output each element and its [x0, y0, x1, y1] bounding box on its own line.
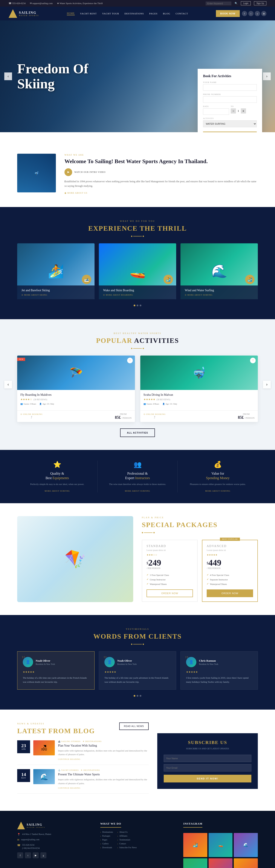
pkg-desc-advanced: Lorem ipsum dolor sit: [207, 549, 253, 551]
insta-item-4[interactable]: 🤿: [183, 858, 207, 868]
popular-prev-button[interactable]: ‹: [4, 381, 12, 389]
nav-destinations[interactable]: DESTINATIONS: [125, 12, 144, 15]
insta-item-6[interactable]: 🎿: [234, 858, 258, 868]
popular-title: POPULAR ACTIVITIES: [17, 337, 258, 345]
signup-button[interactable]: Sign Up: [254, 1, 266, 5]
qty-plus-button[interactable]: +: [241, 108, 246, 114]
login-button[interactable]: Login: [241, 1, 251, 5]
carousel-dot-2[interactable]: [137, 305, 138, 306]
nav-contact[interactable]: CONTACT: [175, 12, 188, 15]
carousel-dot-3[interactable]: [140, 305, 141, 306]
nav-blog[interactable]: BLOG: [163, 12, 170, 15]
footer-youtube-icon[interactable]: ▶: [33, 852, 39, 858]
footer-link-gallery-anchor[interactable]: Gallery: [100, 842, 113, 845]
watch-video[interactable]: ▶ WATCH OUR INTRO VIDEO: [64, 168, 258, 176]
hero-next-button[interactable]: ›: [263, 72, 271, 80]
footer-google-icon[interactable]: g: [40, 852, 46, 858]
activity-card-2[interactable]: 🚤 🏄 Wake and Skim Boarding ⊙ MORE ABOUT …: [99, 243, 176, 299]
insta-item-5[interactable]: ⛵: [209, 858, 233, 868]
book-now-button[interactable]: BOOK NOW: [216, 10, 240, 17]
youtube-icon[interactable]: y: [255, 11, 260, 16]
more-about-link[interactable]: ◉ MORE ABOUT US: [64, 192, 258, 194]
feature-desc-1: Perfectly simple & easy to do our ideal,…: [24, 482, 91, 486]
footer-link-affiliates-anchor[interactable]: Affiliates: [117, 835, 137, 837]
search-icon[interactable]: 🔍: [235, 2, 238, 5]
continue-reading-2[interactable]: CONTINUE READING: [58, 787, 149, 789]
favorite-button-2[interactable]: ♡: [250, 358, 256, 363]
twitter-icon[interactable]: t: [248, 11, 253, 16]
feature-link-1[interactable]: MORE ABOUT SURFING: [45, 490, 70, 492]
subscribe-name-input[interactable]: [164, 755, 251, 762]
packages-tag: PLAN & PRICE: [142, 516, 258, 519]
carousel-dot-1[interactable]: [134, 305, 135, 306]
testimonials-tag: TESTIMONIALS: [17, 628, 258, 630]
footer-link-contact-anchor[interactable]: Contact: [117, 842, 137, 845]
activity-link-2[interactable]: ⊙ MORE ABOUT BOARDING: [103, 294, 172, 296]
nav-home[interactable]: HOME: [67, 12, 74, 15]
footer-link-about-anchor[interactable]: About Us: [117, 831, 137, 833]
insta-item-2[interactable]: 🚤: [209, 833, 233, 857]
grid-icon[interactable]: ⊞: [261, 11, 266, 16]
facebook-icon[interactable]: f: [242, 11, 247, 16]
feature-link-3[interactable]: MORE ABOUT SURFING: [205, 490, 230, 492]
packages-content: PLAN & PRICE SPECIAL PACKAGES STANDARD L…: [142, 516, 258, 602]
top-bar: ☎ 555-626-0234 ✉ support@sailing.com ★ W…: [0, 0, 275, 7]
footer-link-pages-anchor[interactable]: Pages: [100, 839, 113, 841]
booking-link-2[interactable]: ⊙ ONLINE BOOKING: [143, 413, 166, 415]
insta-item-3[interactable]: 🌊: [234, 833, 258, 857]
all-activities-button[interactable]: ALL ACTIVITIES: [120, 428, 155, 437]
favorite-button-1[interactable]: ♡: [127, 358, 133, 363]
activity-link-1[interactable]: ⊙ MORE ABOUT SKIING: [22, 294, 90, 296]
activity-card-1[interactable]: 🏄 🎿 Jet and Barefoot Skiing ⊙ MORE ABOUT…: [17, 243, 95, 299]
hero-prev-button[interactable]: ‹: [4, 72, 12, 80]
booking-date-input[interactable]: [203, 108, 229, 115]
activity-link-3[interactable]: ⊙ MORE ABOUT SURFING: [185, 294, 253, 296]
blog-day-2: 14: [21, 772, 26, 777]
footer-link-destinations-anchor[interactable]: Destinations: [100, 831, 113, 833]
blog-image-1: 🏖: [33, 740, 55, 755]
qty-minus-button[interactable]: −: [231, 108, 236, 114]
activity-image-1: 🪂 NEW ♡: [17, 355, 135, 390]
footer-link-subscribe-anchor[interactable]: Subscribe For News: [117, 846, 137, 849]
footer-link-downloads-anchor[interactable]: Downloads: [100, 846, 113, 849]
booking-name-input[interactable]: [203, 84, 257, 91]
testi-dot-3[interactable]: [140, 695, 141, 697]
read-all-button[interactable]: READ ALL NEWS: [119, 722, 149, 730]
about-content: WHAT WE ARE Welcome To Sailing! Best Wat…: [64, 154, 258, 194]
feature-link-2[interactable]: MORE ABOUT SURFING: [125, 490, 150, 492]
subscribe-email-input[interactable]: [164, 764, 251, 772]
start-booking-button[interactable]: START BOOKING: [203, 131, 257, 132]
footer-link-gallery: Gallery: [100, 842, 113, 845]
booking-activity-select[interactable]: WATER SURFING: [203, 120, 257, 127]
continue-reading-1[interactable]: CONTINUE READING: [58, 758, 149, 760]
booking-phone-input[interactable]: [203, 96, 257, 103]
online-booking-1[interactable]: ⊙ ONLINE BOOKING ⤴: [21, 413, 43, 419]
testi-dot-1[interactable]: [134, 695, 135, 697]
footer-twitter-icon[interactable]: t: [25, 852, 31, 858]
subscribe-button[interactable]: SEND IT NOW!: [164, 775, 251, 782]
activity-rating-2: ★★★★★ (30 REVIEWS): [143, 398, 255, 401]
booking-link-1[interactable]: ⊙ ONLINE BOOKING: [21, 413, 43, 415]
share-icon-1[interactable]: ⤴: [31, 416, 32, 419]
footer-link-testimonials-anchor[interactable]: Testimonials: [117, 839, 137, 841]
share-icon-2[interactable]: ⤴: [154, 416, 155, 419]
insta-item-1[interactable]: 🏄: [183, 833, 207, 857]
pkg-order-advanced[interactable]: ORDER NOW: [207, 589, 253, 597]
activity-card-3[interactable]: 🌊 🏄 Wind and Water Surfing ⊙ MORE ABOUT …: [180, 243, 258, 299]
phone-icon: ☎: [17, 844, 21, 847]
pkg-order-standard[interactable]: ORDER NOW: [146, 589, 193, 597]
footer-link-about: About Us: [117, 831, 137, 833]
location-icon: 📍: [17, 833, 21, 836]
footer-link-packages-anchor[interactable]: Packages: [100, 835, 113, 837]
play-button[interactable]: ▶: [64, 168, 72, 176]
popular-section: ‹ BEST HEALTHY WATER SPORTS POPULAR ACTI…: [0, 319, 275, 450]
popular-next-button[interactable]: ›: [263, 381, 271, 389]
nav-yacht-tour[interactable]: YACHT TOUR: [102, 12, 119, 15]
testi-text-2: The holiday of a life time one yacht adv…: [104, 676, 171, 684]
keyword-search-input[interactable]: [206, 1, 231, 5]
nav-pages[interactable]: PAGES: [149, 12, 158, 15]
nav-yacht-rent[interactable]: YACHT RENT: [80, 12, 97, 15]
review-count-2: (30 REVIEWS): [157, 398, 170, 401]
footer-facebook-icon[interactable]: f: [17, 852, 23, 858]
testi-dot-2[interactable]: [137, 695, 138, 697]
